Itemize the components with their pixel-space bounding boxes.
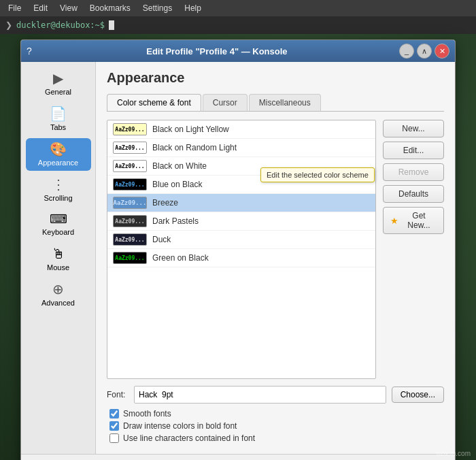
get-new-label: Get New... xyxy=(401,211,437,230)
smooth-fonts-row: Smooth fonts xyxy=(107,409,444,418)
menu-bar: File Edit View Bookmarks Settings Help xyxy=(0,0,476,16)
sidebar-item-label-tabs: Tabs xyxy=(50,123,66,131)
scheme-name-7: Green on Black xyxy=(152,253,209,263)
list-item[interactable]: AaZz09... Black on Light Yellow xyxy=(107,120,375,139)
sidebar-item-label-keyboard: Keyboard xyxy=(42,228,74,236)
terminal-prompt: duckler@dekubox:~$ xyxy=(16,20,105,30)
smooth-fonts-checkbox[interactable] xyxy=(109,409,119,418)
color-scheme-list[interactable]: AaZz09... Black on Light Yellow AaZz09..… xyxy=(107,120,376,379)
menu-bookmarks[interactable]: Bookmarks xyxy=(84,2,136,14)
font-row: Font: Choose... xyxy=(107,386,444,404)
menu-help[interactable]: Help xyxy=(179,2,207,14)
sidebar-item-label-appearance: Appearance xyxy=(38,159,78,167)
dialog: ? Edit Profile "Profile 4" — Konsole _ ∧… xyxy=(20,39,456,460)
scheme-preview-0: AaZz09... xyxy=(113,123,147,135)
sidebar-item-appearance[interactable]: 🎨 Appearance xyxy=(26,138,91,171)
tabs-icon: 📄 xyxy=(50,107,67,120)
scheme-preview-4: AaZz09... xyxy=(113,197,147,209)
remove-button[interactable]: Remove xyxy=(383,163,444,181)
scheme-preview-1: AaZz09... xyxy=(113,142,147,154)
scrolling-icon: ⋮ xyxy=(52,178,65,191)
sidebar-item-label-scrolling: Scrolling xyxy=(44,194,72,202)
terminal-arrow-icon: ❯ xyxy=(5,20,12,30)
bold-fonts-label: Draw intense colors in bold font xyxy=(123,421,237,431)
smooth-fonts-label: Smooth fonts xyxy=(123,409,171,418)
sidebar: ▶ General 📄 Tabs 🎨 Appearance ⋮ Scrollin… xyxy=(21,62,96,454)
tab-bar: Color scheme & font Cursor Miscellaneous xyxy=(107,94,444,112)
scheme-preview-3: AaZz09... xyxy=(113,178,147,191)
sidebar-item-label-advanced: Advanced xyxy=(41,299,75,307)
scheme-name-0: Black on Light Yellow xyxy=(152,125,229,134)
scheme-name-6: Duck xyxy=(152,235,171,244)
choose-font-button[interactable]: Choose... xyxy=(392,387,444,403)
line-chars-row: Use line characters contained in font xyxy=(107,433,444,443)
keyboard-icon: ⌨ xyxy=(50,213,67,225)
scheme-name-1: Black on Random Light xyxy=(152,143,237,152)
menu-file[interactable]: File xyxy=(3,2,27,14)
line-chars-checkbox[interactable] xyxy=(109,433,119,443)
sidebar-item-mouse[interactable]: 🖱 Mouse xyxy=(26,243,91,276)
sidebar-item-advanced[interactable]: ⊕ Advanced xyxy=(26,278,91,311)
maximize-button[interactable]: ∧ xyxy=(417,44,432,59)
line-chars-label: Use line characters contained in font xyxy=(123,433,255,443)
dialog-title: Edit Profile "Profile 4" — Konsole xyxy=(35,46,399,56)
bottom-section: Font: Choose... Smooth fonts Draw intens… xyxy=(107,386,444,446)
help-icon[interactable]: ? xyxy=(27,46,32,56)
sidebar-item-tabs[interactable]: 📄 Tabs xyxy=(26,103,91,135)
new-button[interactable]: New... xyxy=(383,120,444,137)
menu-view[interactable]: View xyxy=(54,2,83,14)
scheme-name-3: Blue on Black xyxy=(152,180,202,189)
font-input[interactable] xyxy=(134,386,386,404)
edit-button[interactable]: Edit... xyxy=(383,142,444,159)
scheme-action-buttons: New... Edit... Edit the selected color s… xyxy=(383,120,444,379)
bold-fonts-row: Draw intense colors in bold font xyxy=(107,421,444,431)
scheme-name-5: Dark Pastels xyxy=(152,216,199,226)
close-button[interactable]: ✕ xyxy=(435,44,449,59)
menu-settings[interactable]: Settings xyxy=(137,2,177,14)
sidebar-item-general[interactable]: ▶ General xyxy=(26,67,91,100)
tab-color-scheme-font[interactable]: Color scheme & font xyxy=(107,94,201,111)
scheme-preview-5: AaZz09... xyxy=(113,215,147,227)
scheme-preview-6: AaZz09... xyxy=(113,233,147,246)
list-item[interactable]: AaZz09... Green on Black xyxy=(107,249,375,267)
sidebar-item-scrolling[interactable]: ⋮ Scrolling xyxy=(26,174,91,206)
tab-miscellaneous[interactable]: Miscellaneous xyxy=(249,94,321,111)
sidebar-item-keyboard[interactable]: ⌨ Keyboard xyxy=(26,209,91,240)
scheme-preview-7: AaZz09... xyxy=(113,252,147,264)
scheme-name-2: Black on White xyxy=(152,161,207,171)
sidebar-item-label-general: General xyxy=(45,88,71,96)
dialog-titlebar: ? Edit Profile "Profile 4" — Konsole _ ∧… xyxy=(21,40,455,62)
dialog-controls: _ ∧ ✕ xyxy=(399,44,449,59)
appearance-icon: 🎨 xyxy=(50,142,67,156)
list-item[interactable]: AaZz09... Breeze xyxy=(107,194,375,212)
get-new-button[interactable]: ★ Get New... xyxy=(383,207,444,234)
tab-cursor[interactable]: Cursor xyxy=(203,94,248,111)
terminal-bar: ❯ duckler@dekubox:~$ xyxy=(0,16,476,34)
list-item[interactable]: AaZz09... Dark Pastels xyxy=(107,212,375,231)
defaults-button[interactable]: Defaults xyxy=(383,185,444,203)
list-item[interactable]: AaZz09... Duck xyxy=(107,231,375,249)
edit-tooltip: Edit the selected color scheme xyxy=(260,167,375,182)
terminal-cursor xyxy=(109,20,114,30)
scheme-preview-2: AaZz09... xyxy=(113,160,147,172)
dialog-body: ▶ General 📄 Tabs 🎨 Appearance ⋮ Scrollin… xyxy=(21,62,455,454)
minimize-button[interactable]: _ xyxy=(399,44,414,59)
list-item[interactable]: AaZz09... Black on Random Light xyxy=(107,139,375,157)
star-icon: ★ xyxy=(390,216,398,226)
general-icon: ▶ xyxy=(53,71,63,85)
content-area: AaZz09... Black on Light Yellow AaZz09..… xyxy=(107,120,444,379)
sidebar-item-label-mouse: Mouse xyxy=(47,263,69,272)
mouse-icon: 🖱 xyxy=(52,247,65,261)
scheme-name-4: Breeze xyxy=(152,198,178,208)
main-content: Appearance Color scheme & font Cursor Mi… xyxy=(96,62,455,454)
watermark: wox.fn.com xyxy=(436,450,471,457)
font-label: Font: xyxy=(107,390,129,399)
dialog-footer: ✓ OK ✓ Apply ⊘ Cancel xyxy=(21,454,455,460)
advanced-icon: ⊕ xyxy=(52,282,64,296)
menu-edit[interactable]: Edit xyxy=(28,2,53,14)
bold-fonts-checkbox[interactable] xyxy=(109,421,119,431)
page-title: Appearance xyxy=(107,70,444,86)
